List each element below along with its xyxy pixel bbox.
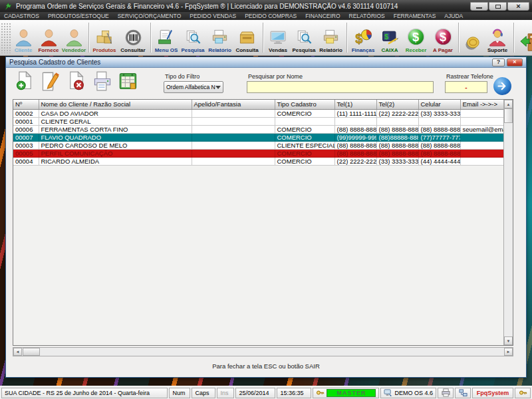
search-name-label: Pesquisar por Nome xyxy=(248,73,303,80)
toolbar-button-consultar[interactable]: Consultar xyxy=(118,20,148,55)
toolbar-button-vendedor[interactable]: Vendedor xyxy=(61,20,86,55)
toolbar-button-relatorio-os[interactable]: Relatório xyxy=(206,20,233,55)
search-go-button[interactable] xyxy=(493,77,511,95)
calendar-icon[interactable] xyxy=(119,71,138,91)
scroll-left-icon[interactable]: ◄ xyxy=(13,348,22,356)
column-header[interactable]: Nome do Cliente / Razão Social xyxy=(39,100,192,109)
column-header[interactable]: Apelido/Fantasia xyxy=(192,100,275,109)
client-table: NºNome do Cliente / Razão SocialApelido/… xyxy=(13,100,503,166)
table-cell xyxy=(192,149,275,157)
column-header[interactable]: Celular xyxy=(418,100,460,109)
table-row[interactable]: 00002CASA DO AVIADORCOMERCIO(11) 1111-11… xyxy=(13,109,503,117)
seller-person-icon xyxy=(65,29,83,47)
table-cell xyxy=(192,125,275,133)
toolbar-button-relatorio-vendas[interactable]: Relatório xyxy=(317,20,344,55)
table-cell xyxy=(460,149,503,157)
status-printer-panel[interactable] xyxy=(438,388,454,398)
table-row[interactable]: 00004RICARDO ALMEIDACOMERCIO(22) 2222-22… xyxy=(13,157,503,165)
menu-pedido-compras[interactable]: PEDIDO COMPRAS xyxy=(245,13,297,19)
search-name-input[interactable] xyxy=(247,81,434,93)
table-row[interactable]: 00003PEDRO CARDOSO DE MELOCLIENTE ESPECI… xyxy=(13,141,503,149)
horizontal-scrollbar[interactable]: ◄ ► xyxy=(13,347,513,356)
dialog-close-button[interactable]: × xyxy=(507,59,523,66)
dialog-toolbar xyxy=(15,71,138,91)
menu-relatorios[interactable]: RELATÓRIOS xyxy=(349,13,385,19)
table-cell: 00002 xyxy=(13,109,39,117)
table-cell: COMERCIO xyxy=(275,125,334,133)
menu-produtos-estoque[interactable]: PRODUTOS/ESTOQUE xyxy=(48,13,109,19)
table-cell: FLAVIO QUADRADO xyxy=(39,133,192,141)
menu-ferramentas[interactable]: FERRAMENTAS xyxy=(394,13,436,19)
toolbar-button-pesquisa-vendas[interactable]: Pesquisa xyxy=(291,20,317,55)
toolbar-button-financas[interactable]: $ Finanças xyxy=(349,20,377,55)
toolbar-button-a-pagar[interactable]: $ A Pagar xyxy=(430,20,456,55)
archive-drawer-icon xyxy=(238,29,256,47)
edit-record-icon[interactable] xyxy=(41,71,60,91)
scroll-up-icon[interactable]: ▲ xyxy=(504,100,513,108)
table-cell: (88) 8888-8888 xyxy=(418,125,460,133)
dialog-help-button[interactable]: ? xyxy=(492,59,505,66)
new-record-icon[interactable] xyxy=(15,71,34,91)
app-logo-icon xyxy=(4,2,13,11)
status-network-panel[interactable] xyxy=(455,388,471,398)
phone-trace-input[interactable] xyxy=(445,81,487,93)
status-location: SUA CIDADE - RS 25 de Junho de 2014 - Qu… xyxy=(1,388,168,398)
table-row[interactable]: 00007FLAVIO QUADRADOCOMERCIO(99)99999-99… xyxy=(13,133,503,141)
menu-ajuda[interactable]: AJUDA xyxy=(444,13,463,19)
table-cell xyxy=(460,133,503,141)
table-cell xyxy=(192,157,275,165)
toolbar-button-menu-os[interactable]: Menu OS xyxy=(153,20,180,55)
toolbar-button-fornece[interactable]: Fornece xyxy=(36,20,61,55)
toolbar-button-coin[interactable] xyxy=(461,20,483,55)
status-bar: SUA CIDADE - RS 25 de Junho de 2014 - Qu… xyxy=(0,386,532,399)
table-cell xyxy=(192,133,275,141)
filter-type-label: Tipo do Filtro xyxy=(165,73,200,80)
supplier-person-icon xyxy=(40,29,58,47)
restore-button[interactable] xyxy=(489,2,507,11)
toolbar-button-suporte[interactable]: Suporte xyxy=(483,20,511,55)
toolbar-button-pesquisa-os[interactable]: Pesquisa xyxy=(180,20,206,55)
scroll-down-icon[interactable]: ▼ xyxy=(504,336,513,345)
toolbar-button-produtos[interactable]: Produtos xyxy=(91,20,118,55)
delete-record-icon[interactable] xyxy=(67,71,86,91)
table-cell: (88) 8888-8888 xyxy=(334,149,376,157)
key-icon xyxy=(519,388,527,397)
toolbar-button-sair[interactable]: EXIT xyxy=(516,20,532,55)
column-header[interactable]: Tel(1) xyxy=(334,100,376,109)
column-header[interactable]: Tel(2) xyxy=(376,100,418,109)
column-header[interactable]: Tipo Cadastro xyxy=(275,100,334,109)
close-button[interactable] xyxy=(507,2,529,11)
menu-pedido-vendas[interactable]: PEDIDO VENDAS xyxy=(190,13,236,19)
vertical-scroll-thumb[interactable] xyxy=(504,108,513,123)
vertical-scrollbar[interactable]: ▲ ▼ xyxy=(503,100,513,345)
client-search-dialog: Pesquisa Cadastro de Clientes ? × xyxy=(5,57,527,378)
toolbar-button-consulta-os[interactable]: Consulta xyxy=(233,20,261,55)
table-cell: 00004 xyxy=(13,157,39,165)
toolbar-button-cliente[interactable]: Cliente xyxy=(11,20,36,55)
column-header[interactable]: Nº xyxy=(13,100,39,109)
table-row[interactable]: 00001CLIENTE GERAL xyxy=(13,117,503,125)
filter-type-select[interactable]: Ordem Alfabetica Nome xyxy=(164,81,223,93)
table-cell: CLIENTE ESPECIAL xyxy=(275,141,334,149)
menu-financeiro[interactable]: FINANCEIRO xyxy=(305,13,340,19)
status-user: MASTER xyxy=(327,389,376,397)
toolbar-button-caixa[interactable]: $ CAIXA xyxy=(377,20,402,55)
exit-door-icon: EXIT xyxy=(519,33,532,53)
status-key-panel[interactable] xyxy=(515,388,531,398)
menu-servico-orcamento[interactable]: SERVIÇO/ORÇAMENTO xyxy=(118,13,182,19)
horizontal-scroll-thumb[interactable] xyxy=(23,348,40,356)
print-record-icon[interactable] xyxy=(93,71,112,91)
table-row[interactable]: 00005PERFIL COMUNICAÇÃOCOMERCIO(88) 8888… xyxy=(13,149,503,157)
minimize-button[interactable] xyxy=(470,2,488,11)
scroll-right-icon[interactable]: ► xyxy=(504,348,513,356)
status-insert: Ins xyxy=(217,388,234,398)
menu-cadastros[interactable]: CADASTROS xyxy=(4,13,39,19)
toolbar-button-vendas[interactable]: Vendas xyxy=(265,20,291,55)
toolbar-button-receber[interactable]: $ Receber xyxy=(402,20,430,55)
status-num-lock: Num xyxy=(169,388,190,398)
table-cell: (44) 4444-4444 xyxy=(418,157,460,165)
toolbar-separator xyxy=(88,23,89,53)
search-docs-icon xyxy=(184,29,202,47)
table-row[interactable]: 00006FERRAMENTAS CORTA FINOCOMERCIO(88) … xyxy=(13,125,503,133)
column-header[interactable]: Email ->->-> xyxy=(460,100,503,109)
